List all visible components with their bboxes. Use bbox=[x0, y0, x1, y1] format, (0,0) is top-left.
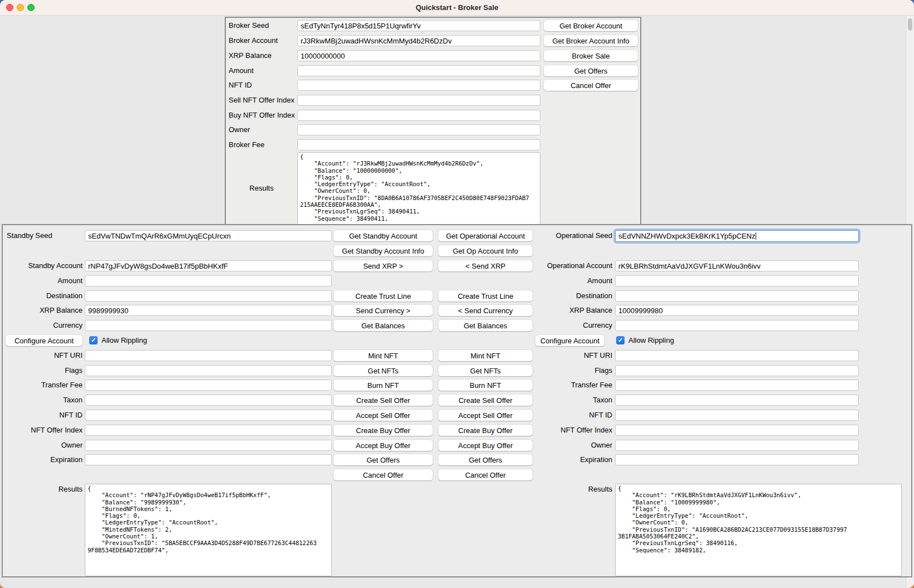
operational-nft-uri-label: NFT URI bbox=[533, 351, 612, 360]
broker-nft-id-label: NFT ID bbox=[229, 81, 296, 90]
send-currency-right-button[interactable]: Send Currency > bbox=[333, 305, 433, 316]
scrollbar-thumb[interactable] bbox=[908, 18, 912, 31]
standby-nft-id-input[interactable] bbox=[85, 410, 332, 421]
get-balances-standby-button[interactable]: Get Balances bbox=[333, 320, 433, 331]
operational-results-textarea[interactable]: { "Account": "rK9LBRhStdmtAaVdJXGVF1LnKW… bbox=[615, 484, 902, 576]
operational-currency-input[interactable] bbox=[615, 320, 859, 331]
standby-expiration-input[interactable] bbox=[85, 454, 332, 465]
window-title: Quickstart - Broker Sale bbox=[0, 3, 914, 12]
broker-results-label: Results bbox=[229, 184, 294, 192]
accept-buy-offer-standby-button[interactable]: Accept Buy Offer bbox=[333, 440, 433, 451]
operational-seed-input[interactable]: sEdVNNZHWvDxpck3EkBKrK1Yp5pCENz bbox=[615, 230, 859, 242]
standby-flags-input[interactable] bbox=[85, 365, 332, 376]
operational-destination-input[interactable] bbox=[615, 290, 859, 302]
operational-taxon-input[interactable] bbox=[615, 395, 859, 406]
standby-transfer-fee-label: Transfer Fee bbox=[3, 381, 83, 390]
create-sell-offer-standby-button[interactable]: Create Sell Offer bbox=[333, 395, 433, 406]
allow-rippling-operational-checkbox[interactable]: ✓ bbox=[616, 336, 625, 344]
allow-rippling-operational-label: Allow Rippling bbox=[628, 336, 674, 345]
configure-account-standby-button[interactable]: Configure Account bbox=[6, 335, 83, 346]
broker-panel: Broker Seed Broker Account XRP Balance A… bbox=[225, 17, 641, 226]
operational-transfer-fee-input[interactable] bbox=[615, 380, 859, 391]
send-xrp-right-button[interactable]: Send XRP > bbox=[333, 260, 433, 271]
operational-nft-uri-input[interactable] bbox=[615, 350, 859, 361]
get-offers-broker-button[interactable]: Get Offers bbox=[544, 65, 638, 76]
create-buy-offer-standby-button[interactable]: Create Buy Offer bbox=[333, 425, 433, 436]
get-standby-account-info-button[interactable]: Get Standby Account Info bbox=[333, 245, 433, 256]
get-nfts-standby-button[interactable]: Get NFTs bbox=[333, 365, 433, 376]
cancel-offer-broker-button[interactable]: Cancel Offer bbox=[544, 80, 638, 91]
standby-destination-input[interactable] bbox=[85, 290, 332, 302]
create-sell-offer-operational-button[interactable]: Create Sell Offer bbox=[438, 395, 533, 406]
allow-rippling-standby-checkbox[interactable]: ✓ bbox=[89, 336, 98, 344]
broker-xrp-balance-input[interactable] bbox=[297, 50, 540, 61]
cancel-offer-standby-button[interactable]: Cancel Offer bbox=[333, 469, 433, 480]
accept-buy-offer-operational-button[interactable]: Accept Buy Offer bbox=[438, 440, 533, 451]
broker-seed-input[interactable] bbox=[297, 20, 540, 31]
operational-expiration-label: Expiration bbox=[533, 455, 612, 464]
broker-nft-id-input[interactable] bbox=[297, 80, 540, 91]
get-nfts-operational-button[interactable]: Get NFTs bbox=[438, 365, 533, 376]
get-offers-standby-button[interactable]: Get Offers bbox=[333, 454, 433, 465]
operational-flags-input[interactable] bbox=[615, 365, 859, 376]
standby-expiration-label: Expiration bbox=[3, 455, 83, 464]
send-currency-left-button[interactable]: < Send Currency bbox=[438, 305, 533, 316]
standby-owner-input[interactable] bbox=[85, 440, 332, 451]
accept-sell-offer-operational-button[interactable]: Accept Sell Offer bbox=[438, 410, 533, 421]
accept-sell-offer-standby-button[interactable]: Accept Sell Offer bbox=[333, 410, 433, 421]
broker-owner-label: Owner bbox=[229, 125, 296, 134]
operational-seed-label: Operational Seed bbox=[533, 231, 612, 240]
create-trust-line-operational-button[interactable]: Create Trust Line bbox=[438, 290, 533, 302]
standby-amount-input[interactable] bbox=[85, 275, 332, 286]
broker-fee-label: Broker Fee bbox=[229, 140, 296, 149]
create-buy-offer-operational-button[interactable]: Create Buy Offer bbox=[438, 425, 533, 436]
standby-nft-offer-index-input[interactable] bbox=[85, 425, 332, 436]
operational-nft-offer-index-input[interactable] bbox=[615, 425, 859, 436]
create-trust-line-standby-button[interactable]: Create Trust Line bbox=[333, 290, 433, 302]
operational-amount-label: Amount bbox=[533, 276, 612, 285]
mint-nft-operational-button[interactable]: Mint NFT bbox=[438, 350, 533, 361]
standby-xrp-balance-input[interactable] bbox=[85, 305, 332, 316]
standby-currency-input[interactable] bbox=[85, 320, 332, 331]
broker-sell-nft-offer-index-input[interactable] bbox=[297, 95, 540, 106]
broker-sale-button[interactable]: Broker Sale bbox=[544, 50, 638, 61]
broker-results-textarea[interactable]: { "Account": "rJ3RkwMBj2uwadHWsnKcMmMyd4… bbox=[297, 152, 540, 226]
standby-nft-uri-input[interactable] bbox=[85, 350, 332, 361]
broker-owner-input[interactable] bbox=[297, 124, 540, 135]
get-offers-operational-button[interactable]: Get Offers bbox=[438, 454, 533, 465]
operational-expiration-input[interactable] bbox=[615, 454, 859, 465]
standby-nft-id-label: NFT ID bbox=[3, 411, 83, 420]
configure-account-operational-button[interactable]: Configure Account bbox=[535, 335, 605, 346]
broker-amount-input[interactable] bbox=[297, 65, 540, 76]
cancel-offer-operational-button[interactable]: Cancel Offer bbox=[438, 469, 533, 480]
operational-xrp-balance-label: XRP Balance bbox=[533, 306, 612, 315]
operational-xrp-balance-input[interactable] bbox=[615, 305, 859, 316]
get-balances-operational-button[interactable]: Get Balances bbox=[438, 320, 533, 331]
burn-nft-operational-button[interactable]: Burn NFT bbox=[438, 380, 533, 391]
get-operational-account-button[interactable]: Get Operational Account bbox=[438, 230, 533, 241]
operational-owner-input[interactable] bbox=[615, 440, 859, 451]
mint-nft-standby-button[interactable]: Mint NFT bbox=[333, 350, 433, 361]
standby-results-textarea[interactable]: { "Account": "rNP47gJFvDyW8gsDo4weB17if5… bbox=[85, 484, 332, 576]
standby-taxon-input[interactable] bbox=[85, 395, 332, 406]
operational-account-input[interactable] bbox=[615, 260, 859, 271]
allow-rippling-standby-label: Allow Rippling bbox=[101, 336, 147, 345]
get-broker-account-button[interactable]: Get Broker Account bbox=[544, 20, 638, 31]
send-xrp-left-button[interactable]: < Send XRP bbox=[438, 260, 533, 271]
broker-fee-input[interactable] bbox=[297, 139, 540, 150]
titlebar: Quickstart - Broker Sale bbox=[0, 0, 914, 16]
standby-transfer-fee-input[interactable] bbox=[85, 380, 332, 391]
broker-buy-nft-offer-index-input[interactable] bbox=[297, 110, 540, 121]
burn-nft-standby-button[interactable]: Burn NFT bbox=[333, 380, 433, 391]
broker-sell-nft-offer-index-label: Sell NFT Offer Index bbox=[229, 96, 296, 105]
operational-nft-id-input[interactable] bbox=[615, 410, 859, 421]
standby-account-input[interactable] bbox=[85, 260, 332, 271]
operational-amount-input[interactable] bbox=[615, 275, 859, 286]
operational-currency-label: Currency bbox=[533, 321, 612, 330]
broker-account-input[interactable] bbox=[297, 35, 540, 46]
operational-account-label: Operational Account bbox=[533, 261, 612, 270]
get-standby-account-button[interactable]: Get Standby Account bbox=[333, 230, 433, 241]
get-op-account-info-button[interactable]: Get Op Account Info bbox=[438, 245, 533, 256]
get-broker-account-info-button[interactable]: Get Broker Account Info bbox=[544, 35, 638, 46]
standby-seed-input[interactable] bbox=[85, 230, 332, 241]
